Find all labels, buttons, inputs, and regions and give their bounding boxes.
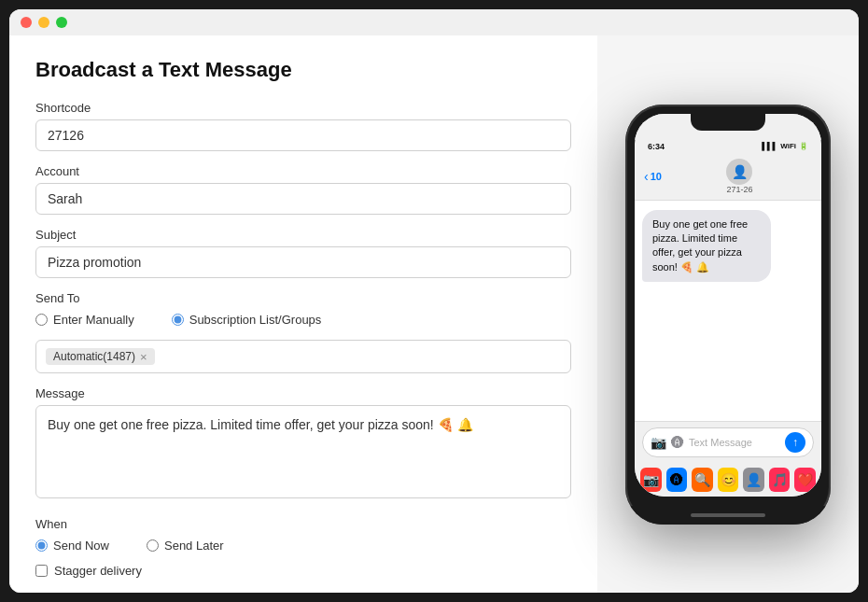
iphone-mockup: 6:34 ▌▌▌ WiFi 🔋 ‹ 10 <box>625 105 831 525</box>
status-time: 6:34 <box>648 142 665 151</box>
when-label: When <box>35 517 571 531</box>
account-input[interactable] <box>35 183 571 215</box>
radio-send-later-label: Send Later <box>164 539 224 553</box>
message-label: Message <box>35 386 571 400</box>
app-icon-camera[interactable]: 📷 <box>640 468 662 492</box>
send-to-group: Send To Enter Manually Subscription List… <box>35 291 571 327</box>
app-icon-music[interactable]: 🎵 <box>769 468 791 492</box>
shortcode-input[interactable] <box>35 119 571 151</box>
tag-automatic: Automatic(1487) × <box>46 348 155 365</box>
message-bubble: Buy one get one free pizza. Limited time… <box>642 210 771 283</box>
shortcode-group: Shortcode <box>35 101 571 151</box>
camera-icon[interactable]: 📷 <box>651 435 666 450</box>
battery-icon: 🔋 <box>799 142 808 150</box>
page-title: Broadcast a Text Message <box>35 58 571 82</box>
apps-row: 📷 🅐 🔍 😊 👤 🎵 ❤️ <box>635 463 821 497</box>
message-text: Buy one get one free pizza. Limited time… <box>652 218 748 273</box>
siri-icon[interactable]: 🅐 <box>671 435 684 450</box>
messages-area: Buy one get one free pizza. Limited time… <box>635 201 821 421</box>
radio-send-later-item[interactable]: Send Later <box>147 539 224 553</box>
app-icon-search[interactable]: 🔍 <box>692 468 713 492</box>
home-indicator <box>625 506 831 525</box>
wifi-icon: WiFi <box>780 142 796 150</box>
radio-manual[interactable] <box>35 314 48 326</box>
iphone-notch <box>635 114 821 140</box>
app-icon-heart[interactable]: ❤️ <box>794 468 816 492</box>
send-to-radio-group: Enter Manually Subscription List/Groups <box>35 313 571 327</box>
imessage-placeholder[interactable]: Text Message <box>689 437 780 448</box>
shortcode-label: Shortcode <box>35 101 571 115</box>
app-icon-contacts[interactable]: 👤 <box>743 468 764 492</box>
imessage-header: ‹ 10 👤 271-26 <box>635 153 821 201</box>
minimize-button[interactable] <box>38 17 49 28</box>
message-textarea[interactable] <box>35 405 571 498</box>
account-label: Account <box>35 164 571 178</box>
iphone-input-area: 📷 🅐 Text Message ↑ <box>635 421 821 463</box>
app-window: Broadcast a Text Message Shortcode Accou… <box>9 9 859 593</box>
tags-row: Automatic(1487) × <box>35 340 571 373</box>
notch-bar <box>691 114 765 131</box>
chevron-left-icon: ‹ <box>644 169 649 184</box>
input-row: 📷 🅐 Text Message ↑ <box>642 427 814 457</box>
stagger-checkbox[interactable] <box>35 565 48 577</box>
tag-label: Automatic(1487) <box>53 350 135 363</box>
close-button[interactable] <box>21 17 32 28</box>
stagger-row: Stagger delivery <box>35 564 571 578</box>
signal-icon: ▌▌▌ <box>762 142 777 150</box>
app-icon-appstore[interactable]: 🅐 <box>666 468 688 492</box>
radio-send-now-item[interactable]: Send Now <box>35 539 109 553</box>
stagger-label: Stagger delivery <box>54 564 142 578</box>
iphone-inner: 6:34 ▌▌▌ WiFi 🔋 ‹ 10 <box>635 114 821 497</box>
account-group: Account <box>35 164 571 215</box>
radio-send-now-label: Send Now <box>53 539 109 553</box>
send-to-label: Send To <box>35 291 571 305</box>
subject-label: Subject <box>35 228 571 242</box>
phone-area: 6:34 ▌▌▌ WiFi 🔋 ‹ 10 <box>597 35 859 593</box>
radio-manual-item[interactable]: Enter Manually <box>35 313 134 327</box>
tag-close-icon[interactable]: × <box>140 351 147 363</box>
send-button[interactable]: ↑ <box>785 432 805 453</box>
status-icons: ▌▌▌ WiFi 🔋 <box>762 142 808 150</box>
radio-subscription[interactable] <box>172 314 184 326</box>
radio-send-now[interactable] <box>35 539 48 552</box>
contact-number: 271-26 <box>726 185 752 194</box>
subject-group: Subject <box>35 228 571 278</box>
app-icon-emoji[interactable]: 😊 <box>718 468 739 492</box>
radio-send-later[interactable] <box>147 539 159 552</box>
form-area: Broadcast a Text Message Shortcode Accou… <box>9 35 597 593</box>
when-radio-group: Send Now Send Later <box>35 539 571 553</box>
radio-subscription-label: Subscription List/Groups <box>189 313 322 327</box>
contact-avatar: 👤 <box>726 159 752 185</box>
radio-manual-label: Enter Manually <box>53 313 134 327</box>
person-icon: 👤 <box>732 164 748 179</box>
contact-info: 👤 271-26 <box>667 159 812 194</box>
main-content: Broadcast a Text Message Shortcode Accou… <box>9 35 859 593</box>
home-bar <box>691 513 765 517</box>
message-group: Message <box>35 386 571 502</box>
back-button[interactable]: ‹ 10 <box>644 169 662 184</box>
back-number: 10 <box>651 171 662 182</box>
radio-subscription-item[interactable]: Subscription List/Groups <box>172 313 322 327</box>
maximize-button[interactable] <box>56 17 67 28</box>
status-bar: 6:34 ▌▌▌ WiFi 🔋 <box>635 140 821 153</box>
subject-input[interactable] <box>35 246 571 278</box>
when-section: When Send Now Send Later Stagger deliver… <box>35 517 571 578</box>
titlebar <box>9 9 859 35</box>
